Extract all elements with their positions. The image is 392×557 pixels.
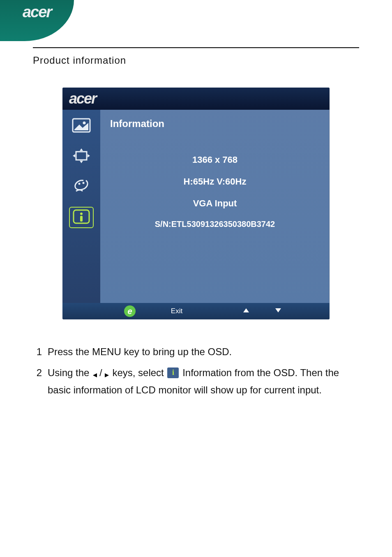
osd-panel: acer (62, 88, 330, 319)
step-2-text-a: Using the (48, 367, 92, 378)
osd-panel-title: Information (110, 118, 320, 129)
page-content: Product information acer (0, 0, 392, 420)
up-arrow-icon[interactable] (242, 307, 250, 315)
nav-arrows (242, 307, 282, 315)
osd-tabs (62, 110, 100, 303)
svg-point-1 (83, 122, 86, 125)
step-1-text: Press the MENU key to bring up the OSD. (48, 344, 359, 359)
right-arrow-icon (102, 367, 110, 382)
tab-information[interactable] (69, 207, 94, 228)
step-1-number: 1 (33, 344, 48, 359)
info-input: VGA Input (110, 193, 320, 215)
section-title: Product information (33, 55, 359, 66)
info-resolution: 1366 x 768 (110, 149, 320, 171)
e-mode-icon[interactable]: e (124, 305, 136, 317)
info-icon-inline (167, 367, 179, 378)
brand-logo: acer (23, 3, 51, 21)
divider (33, 47, 359, 48)
tab-color[interactable] (69, 176, 94, 198)
svg-rect-2 (76, 152, 87, 160)
osd-info-block: 1366 x 768 H:65Hz V:60Hz VGA Input S/N:E… (110, 149, 320, 234)
info-frequency: H:65Hz V:60Hz (110, 171, 320, 193)
step-2: 2 Using the / keys, select Information f… (33, 365, 359, 398)
position-icon (72, 148, 91, 166)
svg-point-4 (83, 182, 85, 184)
svg-point-6 (80, 213, 83, 215)
step-2-text-b: keys, select (112, 367, 166, 378)
step-2-text: Using the / keys, select Information fro… (48, 365, 359, 398)
instructions: 1 Press the MENU key to bring up the OSD… (33, 344, 359, 398)
left-arrow-icon (92, 367, 99, 382)
step-1: 1 Press the MENU key to bring up the OSD… (33, 344, 359, 359)
osd-brand-logo: acer (69, 90, 96, 107)
osd-main: Information 1366 x 768 H:65Hz V:60Hz VGA… (100, 110, 330, 303)
osd-header: acer (62, 88, 330, 110)
info-serial: S/N:ETL53091326350380B3742 (110, 214, 320, 234)
down-arrow-icon[interactable] (274, 307, 282, 315)
tab-position[interactable] (69, 146, 94, 167)
palette-icon (72, 178, 91, 196)
picture-icon (72, 117, 91, 135)
svg-rect-7 (80, 216, 83, 222)
tab-picture[interactable] (69, 116, 94, 137)
exit-button[interactable]: Exit (152, 307, 201, 315)
osd-body: Information 1366 x 768 H:65Hz V:60Hz VGA… (62, 110, 330, 303)
osd-footer: e Exit (62, 303, 330, 319)
svg-point-3 (78, 183, 81, 185)
step-2-number: 2 (33, 365, 48, 398)
info-icon (72, 208, 91, 226)
